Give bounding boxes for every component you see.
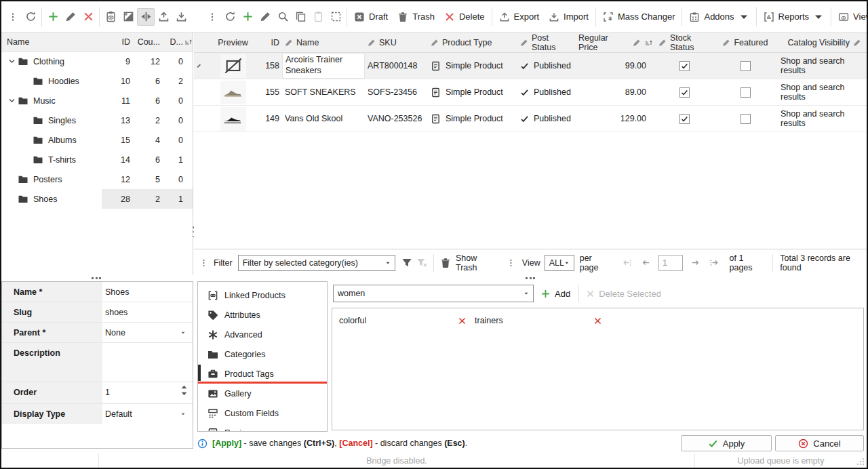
mass-changer-button[interactable]: Mass Changer bbox=[598, 7, 680, 27]
chevron-down-icon[interactable] bbox=[8, 97, 16, 104]
tab-attributes[interactable]: Attributes bbox=[198, 305, 327, 325]
select-button[interactable] bbox=[327, 8, 344, 26]
grid-search-button[interactable] bbox=[274, 8, 292, 26]
add-tag-button[interactable]: Add bbox=[540, 289, 570, 299]
product-row[interactable]: 158 Arcoiris Trainer Sneakers ART8000148… bbox=[194, 53, 867, 79]
featured-checkbox[interactable] bbox=[741, 87, 751, 98]
splitter-handle[interactable] bbox=[92, 277, 101, 279]
col-post-status[interactable]: Post Status bbox=[532, 33, 573, 52]
product-row[interactable]: 149 Vans Old Skool VANO-253526 Simple Pr… bbox=[194, 106, 867, 132]
last-page-button[interactable] bbox=[707, 256, 721, 270]
featured-checkbox[interactable] bbox=[741, 114, 751, 124]
cancel-button[interactable]: Cancel bbox=[775, 435, 864, 451]
tab-product-tags[interactable]: Product Tags bbox=[198, 364, 327, 384]
col-catalog-visibility[interactable]: Catalog Visibility bbox=[788, 38, 850, 47]
category-filter-dropdown[interactable]: Filter by selected category(ies) bbox=[238, 255, 395, 271]
col-preview[interactable]: Preview bbox=[218, 38, 248, 47]
prev-page-button[interactable] bbox=[639, 256, 653, 270]
tree-add-button[interactable] bbox=[44, 8, 62, 26]
tree-export-button[interactable] bbox=[155, 8, 172, 26]
stock-status-checkbox[interactable] bbox=[679, 61, 690, 71]
stock-status-checkbox[interactable] bbox=[679, 87, 690, 98]
col-product-type[interactable]: Product Type bbox=[442, 38, 492, 47]
order-field[interactable]: 1 bbox=[105, 388, 110, 397]
delete-button[interactable]: Delete bbox=[439, 7, 490, 27]
import-button[interactable]: Import bbox=[544, 7, 593, 27]
tab-gallery[interactable]: Gallery bbox=[198, 384, 327, 403]
show-trash-button[interactable] bbox=[438, 255, 453, 271]
draft-button[interactable]: Draft bbox=[349, 7, 393, 27]
tree-row-shoes[interactable]: Shoes 2821 bbox=[1, 189, 193, 209]
horizontal-splitter[interactable] bbox=[1, 275, 867, 281]
tree-row-posters[interactable]: Posters 1250 bbox=[1, 169, 193, 189]
remove-tag-icon[interactable] bbox=[458, 317, 467, 325]
tab-reviews[interactable]: Reviews bbox=[198, 423, 327, 432]
tree-col-d[interactable]: D... bbox=[160, 37, 183, 47]
next-page-button[interactable] bbox=[688, 256, 702, 270]
tab-categories[interactable]: Categories bbox=[198, 344, 327, 364]
tree-row-clothing[interactable]: Clothing 9120 bbox=[1, 52, 193, 71]
tree-toolbar-menu[interactable] bbox=[4, 8, 22, 26]
tag-item[interactable]: trainers bbox=[475, 314, 610, 327]
image-edit-button[interactable] bbox=[119, 8, 137, 26]
tab-linked-products[interactable]: Linked Products bbox=[198, 285, 327, 305]
col-featured[interactable]: Featured bbox=[734, 38, 768, 47]
kebab-icon[interactable] bbox=[507, 258, 515, 268]
remove-tag-icon[interactable] bbox=[593, 317, 602, 325]
stock-status-checkbox[interactable] bbox=[679, 114, 690, 124]
product-row[interactable]: 155 SOFT SNEAKERS SOFS-23456 Simple Prod… bbox=[194, 79, 867, 106]
kebab-icon[interactable] bbox=[199, 258, 208, 268]
apply-button[interactable]: Apply bbox=[681, 435, 772, 451]
tree-col-id[interactable]: ID bbox=[102, 37, 130, 47]
display-type-dropdown[interactable]: Default bbox=[102, 404, 193, 424]
spin-up-icon[interactable] bbox=[181, 385, 187, 389]
product-preview[interactable] bbox=[220, 54, 246, 78]
spin-down-icon[interactable] bbox=[181, 392, 187, 396]
tag-combobox[interactable]: women bbox=[333, 285, 534, 302]
product-preview[interactable] bbox=[220, 107, 246, 131]
col-id[interactable]: ID bbox=[271, 38, 280, 47]
apply-filter-button[interactable] bbox=[399, 255, 414, 271]
col-regular-price[interactable]: Regular Price bbox=[578, 33, 629, 52]
order-stepper[interactable] bbox=[181, 385, 187, 396]
paste-preview-button[interactable] bbox=[102, 8, 119, 26]
col-name[interactable]: Name bbox=[296, 38, 319, 47]
product-preview[interactable] bbox=[220, 81, 246, 104]
addons-button[interactable]: Addons bbox=[684, 7, 753, 27]
delete-selected-button[interactable]: Delete Selected bbox=[586, 289, 661, 299]
view-button[interactable]: View bbox=[833, 7, 868, 27]
tab-custom-fields[interactable]: Custom Fields bbox=[198, 403, 327, 423]
tag-item[interactable]: colorful bbox=[339, 314, 475, 327]
tree-import-button[interactable] bbox=[172, 8, 190, 26]
grid-toolbar-menu[interactable] bbox=[203, 8, 221, 26]
tree-row-tshirts[interactable]: T-shirts 1461 bbox=[1, 150, 193, 169]
resize-grip-icon[interactable] bbox=[856, 457, 865, 466]
parent-dropdown[interactable]: None bbox=[102, 323, 193, 342]
show-trash-label[interactable]: Show Trash bbox=[456, 253, 497, 272]
tree-row-singles[interactable]: Singles 1320 bbox=[1, 110, 193, 130]
page-size-dropdown[interactable]: ALL bbox=[545, 255, 574, 271]
reports-button[interactable]: Reports bbox=[759, 7, 829, 27]
tree-edit-button[interactable] bbox=[62, 8, 79, 26]
col-stock-status[interactable]: Stock Status bbox=[670, 33, 710, 52]
tree-row-music[interactable]: Music 1160 bbox=[1, 91, 193, 110]
grid-edit-button[interactable] bbox=[256, 8, 274, 26]
first-page-button[interactable] bbox=[620, 256, 633, 270]
chevron-down-icon[interactable] bbox=[8, 58, 16, 65]
grid-refresh-button[interactable] bbox=[221, 8, 239, 26]
name-field[interactable]: Shoes bbox=[105, 287, 129, 297]
copy-button[interactable] bbox=[292, 8, 309, 26]
tree-row-albums[interactable]: Albums 1540 bbox=[1, 130, 193, 150]
grid-menu-icon[interactable] bbox=[197, 39, 201, 46]
splitter-handle[interactable] bbox=[526, 277, 535, 279]
grid-add-button[interactable] bbox=[239, 8, 256, 26]
tree-row-hoodies[interactable]: Hoodies 1062 bbox=[1, 71, 193, 91]
trash-button[interactable]: Trash bbox=[393, 7, 439, 27]
tree-col-count[interactable]: Cou... bbox=[130, 37, 160, 47]
tab-advanced[interactable]: Advanced bbox=[198, 325, 327, 344]
paste-button[interactable] bbox=[309, 8, 327, 26]
col-sku[interactable]: SKU bbox=[379, 38, 397, 47]
tree-col-name[interactable]: Name bbox=[1, 37, 102, 47]
page-number-input[interactable] bbox=[658, 255, 683, 271]
slug-field[interactable]: shoes bbox=[105, 308, 127, 317]
